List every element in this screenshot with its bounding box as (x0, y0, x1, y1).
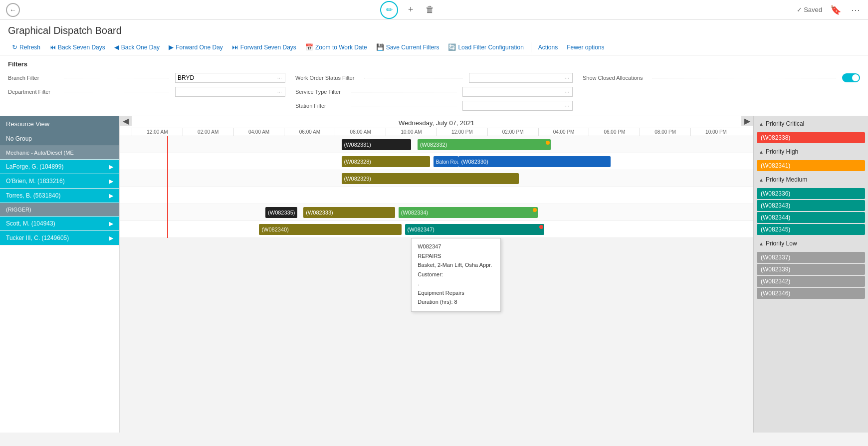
back-seven-days-button[interactable]: ⏮ Back Seven Days (45, 41, 109, 53)
bar-w082340[interactable]: (W082340) (259, 224, 402, 235)
department-filter-dots[interactable]: ··· (276, 89, 283, 95)
torres-chevron: ▶ (109, 193, 113, 199)
service-type-input[interactable]: ··· (462, 87, 573, 97)
service-type-dots[interactable]: ··· (564, 89, 570, 95)
edit-button[interactable]: ✏ (380, 1, 398, 19)
fewer-options-button[interactable]: Fewer options (563, 42, 608, 53)
bar-w082331[interactable]: (W082331) (342, 139, 412, 150)
gantt-grid-row6: (W082340) (W082347) (120, 221, 753, 237)
work-order-status-field[interactable] (471, 74, 564, 81)
department-filter-input[interactable]: ··· (175, 87, 285, 97)
add-button[interactable]: + (406, 2, 416, 17)
station-filter-dots[interactable]: ··· (564, 103, 570, 109)
priority-bar-w082338[interactable]: (W082338) (757, 132, 865, 143)
refresh-button[interactable]: ↻ Refresh (8, 41, 44, 53)
work-order-status-input[interactable]: ··· (469, 73, 573, 83)
save-icon: 💾 (376, 43, 384, 51)
work-order-status-label: Work Order Status Filter (295, 75, 358, 81)
back-button[interactable]: ← (6, 3, 20, 17)
priority-medium-header[interactable]: ▲ Priority Medium (754, 172, 868, 187)
branch-filter-dots[interactable]: ··· (276, 75, 283, 81)
load-filter-config-button[interactable]: 🔄 Load Filter Configuration (444, 41, 527, 53)
laforge-item[interactable]: LaForge, G. (104899) ▶ (0, 160, 119, 174)
department-filter-field[interactable] (178, 88, 276, 95)
save-current-filters-button[interactable]: 💾 Save Current Filters (372, 41, 443, 53)
time-slot: 12:00 PM (436, 128, 487, 136)
priority-bar-w082346[interactable]: (W082346) (757, 288, 865, 299)
branch-filter-field[interactable] (178, 74, 276, 81)
no-group-item[interactable]: No Group (0, 132, 119, 146)
time-slot: 10:00 AM (386, 128, 436, 136)
work-order-status-dots[interactable]: ··· (564, 75, 570, 81)
time-slot: 12:00 AM (132, 128, 183, 136)
tooltip-customer-label: Customer: (418, 270, 494, 279)
bar-w082330[interactable]: (W082330) (458, 156, 611, 167)
mechanic-item[interactable]: Mechanic - Auto/Diesel (ME (0, 146, 119, 160)
bar-w082328[interactable]: (W082328) (342, 156, 431, 167)
rigger-item[interactable]: (RIGGER) (0, 203, 119, 217)
zoom-to-work-date-button[interactable]: 📅 Zoom to Work Date (301, 41, 371, 53)
priority-bar-w082337[interactable]: (W082337) (757, 252, 865, 263)
time-slot: 04:00 PM (538, 128, 589, 136)
forward-seven-days-button[interactable]: ⏭ Forward Seven Days (228, 41, 300, 53)
obrien-chevron: ▶ (109, 178, 113, 185)
priority-critical-header[interactable]: ▲ Priority Critical (754, 116, 868, 131)
service-type-label: Service Type Filter (295, 89, 345, 95)
calendar-area: ◀ Wednesday, July 07, 2021 ▶ 12:00 AM02:… (120, 116, 753, 433)
bar-w082347[interactable]: (W082347) (405, 224, 544, 235)
obrien-item[interactable]: O'Brien, M. (1833216) ▶ (0, 174, 119, 189)
scott-chevron: ▶ (109, 221, 113, 227)
bookmark-button[interactable]: 🔖 (828, 2, 843, 17)
table-row (120, 187, 753, 204)
service-type-field[interactable] (465, 88, 564, 95)
show-closed-toggle[interactable] (842, 73, 860, 82)
forward-one-day-button[interactable]: ▶ Forward One Day (165, 41, 227, 53)
bar-w082332[interactable]: (W082332) (418, 139, 551, 150)
station-filter-input[interactable]: ··· (462, 101, 573, 111)
time-slot: 06:00 AM (284, 128, 335, 136)
toolbar-separator (531, 42, 531, 52)
priority-critical-section: ▲ Priority Critical (W082338) (754, 116, 868, 143)
bar-w082335[interactable]: (W082335) (265, 207, 297, 218)
service-type-row: Service Type Filter ··· (295, 87, 573, 97)
left-panel: Resource View No Group Mechanic - Auto/D… (0, 116, 120, 433)
bar-w082333[interactable]: (W082333) (303, 207, 395, 218)
priority-bar-w082344[interactable]: (W082344) (757, 212, 865, 223)
laforge-chevron: ▶ (109, 164, 113, 170)
station-filter-field[interactable] (465, 102, 564, 109)
torres-item[interactable]: Torres, B. (5631840) ▶ (0, 189, 119, 203)
priority-bar-w082342[interactable]: (W082342) (757, 276, 865, 287)
tucker-item[interactable]: Tucker III, C. (1249605) ▶ (0, 231, 119, 245)
top-bar: ← ✏ + 🗑 ✓ Saved 🔖 ⋯ (0, 0, 868, 20)
toolbar: ↻ Refresh ⏮ Back Seven Days ◀ Back One D… (0, 39, 868, 55)
time-slots: 12:00 AM02:00 AM04:00 AM06:00 AM08:00 AM… (132, 128, 741, 136)
bar-baton-rouge[interactable]: Baton Rouge Office (W08 (434, 156, 459, 167)
resource-view-header: Resource View (0, 116, 119, 132)
priority-bar-w082341[interactable]: (W082341) (757, 160, 865, 171)
table-row: (W082329) (120, 170, 753, 187)
priority-high-header[interactable]: ▲ Priority High (754, 144, 868, 159)
top-bar-right: ✓ Saved 🔖 ⋯ (797, 2, 862, 17)
back-one-day-button[interactable]: ◀ Back One Day (110, 41, 164, 53)
scott-item[interactable]: Scott, M. (104943) ▶ (0, 217, 119, 231)
priority-low-header[interactable]: ▲ Priority Low (754, 236, 868, 251)
gantt-body: (W082331) (W082332) (W082328) Baton Roug… (120, 136, 753, 433)
cal-prev-btn[interactable]: ◀ (120, 116, 132, 126)
priority-bar-w082339[interactable]: (W082339) (757, 264, 865, 275)
priority-bar-w082345[interactable]: (W082345) (757, 224, 865, 235)
priority-bar-w082343[interactable]: (W082343) (757, 200, 865, 211)
actions-button[interactable]: Actions (534, 42, 562, 53)
back-one-icon: ◀ (114, 43, 119, 51)
cal-next-btn[interactable]: ▶ (741, 116, 753, 126)
delete-button[interactable]: 🗑 (424, 2, 436, 17)
tooltip-customer-value: . (418, 279, 494, 288)
priority-bar-w082336[interactable]: (W082336) (757, 188, 865, 199)
filters-section: Filters Branch Filter ··· Work Order Sta… (0, 55, 868, 116)
bar-w082334[interactable]: (W082334) (399, 207, 538, 218)
high-triangle-icon: ▲ (759, 149, 764, 155)
forward-seven-icon: ⏭ (232, 43, 238, 51)
branch-filter-input[interactable]: ··· (175, 73, 285, 83)
low-triangle-icon: ▲ (759, 241, 764, 246)
more-button[interactable]: ⋯ (849, 2, 862, 17)
bar-w082329[interactable]: (W082329) (342, 173, 519, 184)
